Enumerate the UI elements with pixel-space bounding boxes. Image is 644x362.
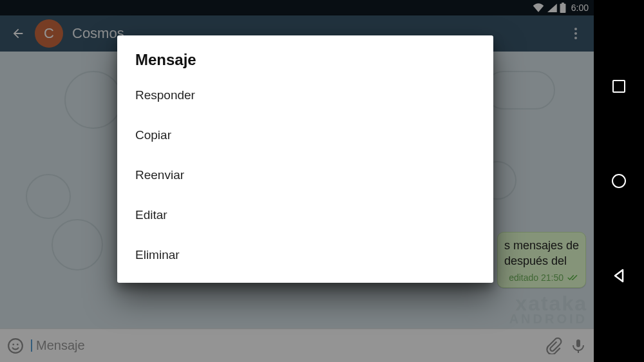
dialog-item-reply[interactable]: Responder bbox=[117, 75, 493, 115]
app-screen: 6:00 C Cosmos s mensajes de después del … bbox=[0, 0, 594, 362]
message-context-dialog: Mensaje Responder Copiar Reenviar Editar… bbox=[117, 35, 493, 283]
nav-home-button[interactable] bbox=[609, 171, 629, 191]
dialog-item-copy[interactable]: Copiar bbox=[117, 115, 493, 155]
dialog-item-delete[interactable]: Eliminar bbox=[117, 235, 493, 275]
nav-overview-button[interactable] bbox=[609, 77, 629, 96]
dialog-title: Mensaje bbox=[117, 51, 493, 75]
dialog-item-edit[interactable]: Editar bbox=[117, 195, 493, 235]
nav-back-button[interactable] bbox=[609, 266, 629, 285]
system-nav-bar bbox=[594, 0, 644, 362]
dialog-item-forward[interactable]: Reenviar bbox=[117, 155, 493, 195]
